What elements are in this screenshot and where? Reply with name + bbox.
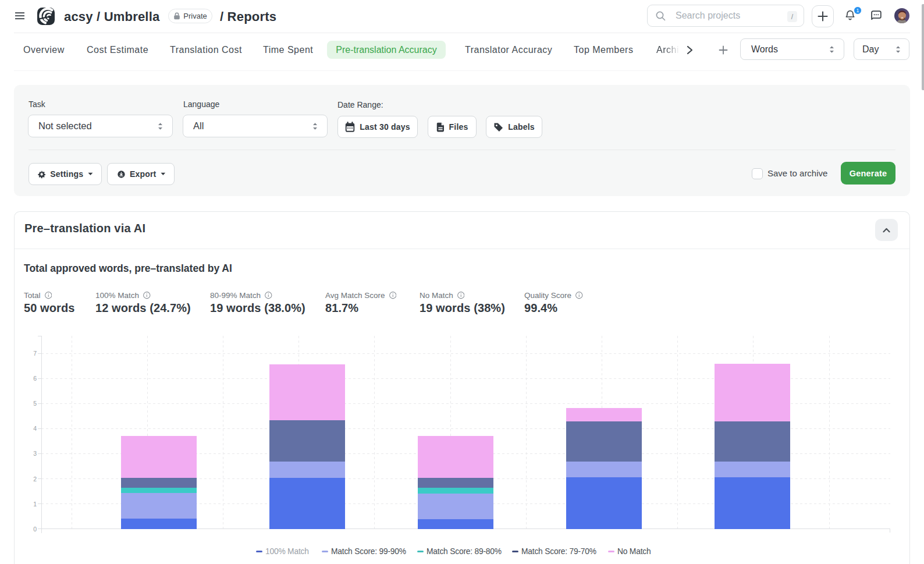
svg-text:6: 6 bbox=[33, 375, 37, 382]
svg-text:7: 7 bbox=[33, 350, 37, 357]
svg-text:4: 4 bbox=[33, 425, 37, 432]
svg-text:0: 0 bbox=[33, 526, 37, 533]
svg-text:3: 3 bbox=[33, 450, 37, 457]
svg-text:1: 1 bbox=[33, 501, 37, 508]
svg-text:5: 5 bbox=[33, 400, 37, 407]
svg-text:2: 2 bbox=[33, 476, 37, 483]
